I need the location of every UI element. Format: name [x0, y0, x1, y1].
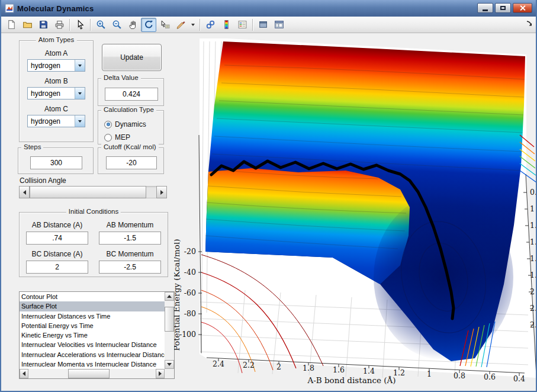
- bc-distance-group: BC Distance (A): [26, 250, 88, 274]
- radio-label: MEP: [115, 133, 130, 142]
- chevron-down-icon: [191, 24, 195, 26]
- cutoff-field[interactable]: [106, 156, 157, 169]
- svg-text:1.6: 1.6: [333, 365, 345, 374]
- initial-conditions-panel: Initial Conditions AB Distance (A)AB Mom…: [19, 212, 168, 277]
- rotate-3d-button[interactable]: [141, 18, 156, 32]
- titlebar[interactable]: Molecular Dynamics: [1, 0, 536, 17]
- minimize-icon: [483, 9, 488, 11]
- list-item[interactable]: Internuclear Velocities vs Internuclear …: [20, 340, 165, 349]
- slider-right-arrow[interactable]: [156, 186, 167, 198]
- triangle-left-icon: [22, 371, 25, 376]
- triangle-left-icon: [23, 190, 26, 195]
- scroll-down-button[interactable]: [165, 360, 174, 369]
- print-button[interactable]: [52, 18, 67, 32]
- brush-dropdown-button[interactable]: [189, 18, 197, 32]
- z-axis-label: Potential Energy (Kcal/mol): [174, 239, 181, 351]
- dropdown-button[interactable]: [75, 60, 85, 71]
- save-icon: [38, 20, 49, 30]
- dock-figure-button[interactable]: [525, 20, 533, 28]
- calculation-type-panel: Calculation Type DynamicsMEP: [98, 110, 164, 144]
- ab-momentum-group: AB Momentum: [99, 221, 161, 245]
- bc-momentum-field[interactable]: [99, 261, 161, 274]
- brush-button[interactable]: [173, 18, 188, 32]
- update-button-label: Update: [120, 53, 143, 62]
- list-vertical-scrollbar[interactable]: [165, 292, 174, 369]
- insert-colorbar-button[interactable]: [218, 18, 234, 32]
- new-file-button[interactable]: [4, 18, 19, 32]
- delta-value-field[interactable]: [105, 88, 158, 101]
- steps-field[interactable]: [30, 156, 82, 169]
- ab-distance-field[interactable]: [26, 232, 88, 245]
- radio-dynamics[interactable]: Dynamics: [104, 120, 163, 128]
- update-button[interactable]: Update: [102, 44, 162, 71]
- svg-text:1.4: 1.4: [363, 367, 375, 375]
- svg-text:1.4: 1.4: [530, 237, 537, 246]
- radio-mep[interactable]: MEP: [104, 133, 163, 142]
- maximize-button[interactable]: [495, 3, 511, 13]
- atom-c-dropdown[interactable]: hydrogen: [27, 115, 85, 127]
- colorbar-icon: [221, 20, 231, 30]
- hide-plot-tools-button[interactable]: [255, 18, 271, 32]
- save-button[interactable]: [36, 18, 51, 32]
- svg-text:2.4: 2.4: [213, 359, 224, 368]
- zoom-out-button[interactable]: [109, 18, 124, 32]
- list-item[interactable]: Internuclear Momenta vs Internuclear Dis…: [20, 359, 165, 369]
- cutoff-panel: Cutoff (Kcal/ mol): [98, 147, 164, 174]
- atom-b-dropdown[interactable]: hydrogen: [27, 87, 85, 99]
- list-horizontal-scrollbar[interactable]: [20, 369, 165, 378]
- list-item[interactable]: Internuclear Accelerations vs Internucle…: [20, 350, 165, 359]
- scroll-right-button[interactable]: [156, 369, 165, 378]
- scroll-left-button[interactable]: [20, 369, 28, 378]
- list-item[interactable]: Contour Plot: [20, 292, 165, 301]
- scroll-up-button[interactable]: [165, 292, 174, 301]
- list-item[interactable]: Potential Energy vs Time: [20, 321, 165, 330]
- dropdown-button[interactable]: [75, 88, 85, 99]
- list-item[interactable]: Surface Plot: [20, 301, 165, 311]
- svg-text:0.6: 0.6: [484, 372, 496, 381]
- edit-plot-button[interactable]: [72, 18, 88, 32]
- chevron-down-icon: [78, 65, 82, 67]
- panel-title: Cutoff (Kcal/ mol): [101, 143, 159, 150]
- pan-button[interactable]: [125, 18, 140, 32]
- insert-legend-button[interactable]: [234, 18, 250, 32]
- list-item[interactable]: Kinetic Energy vs Time: [20, 330, 165, 340]
- bc-distance-field[interactable]: [26, 261, 88, 274]
- svg-text:0.4: 0.4: [513, 374, 525, 383]
- triangle-right-icon: [160, 190, 163, 195]
- chevron-down-icon: [78, 120, 82, 123]
- svg-text:1.6: 1.6: [530, 254, 537, 263]
- calculation-options: DynamicsMEP: [98, 111, 163, 142]
- slider-thumb[interactable]: [30, 186, 146, 198]
- close-button[interactable]: [513, 3, 532, 13]
- close-icon: [519, 5, 526, 11]
- dropdown-button[interactable]: [75, 115, 85, 127]
- open-file-button[interactable]: [20, 18, 35, 32]
- list-item[interactable]: Internuclear Distances vs Time: [20, 311, 165, 321]
- ab-momentum-field[interactable]: [99, 232, 161, 245]
- plot-3d-surface[interactable]: 2.42.221.81.61.41.210.80.60.40.811.21.41…: [174, 34, 537, 392]
- collision-angle-label: Collision Angle: [20, 176, 66, 185]
- radio-icon: [104, 121, 112, 128]
- slider-left-arrow[interactable]: [19, 186, 30, 198]
- show-plot-tools-button[interactable]: [271, 18, 287, 32]
- zoom-in-button[interactable]: [93, 18, 108, 32]
- data-cursor-button[interactable]: [157, 18, 172, 32]
- window-controls: [477, 3, 532, 13]
- ab-distance-group: AB Distance (A): [26, 221, 88, 245]
- collision-angle-slider[interactable]: [19, 186, 167, 198]
- minimize-button[interactable]: [477, 3, 493, 13]
- svg-text:1: 1: [427, 369, 432, 378]
- svg-text:2.4: 2.4: [530, 320, 537, 329]
- toolbar-separator: [252, 19, 253, 31]
- svg-text:2: 2: [276, 362, 281, 371]
- panel-title: Delta Value: [101, 74, 141, 81]
- delta-value-panel: Delta Value: [98, 78, 164, 106]
- plot-type-listbox[interactable]: Contour PlotSurface PlotInternuclear Dis…: [19, 291, 175, 379]
- dropdown-value: hydrogen: [28, 62, 75, 70]
- horizontal-scroll-thumb[interactable]: [68, 369, 110, 378]
- vertical-scroll-thumb[interactable]: [165, 307, 174, 332]
- toolbar: [1, 17, 536, 33]
- show-plot-tools-icon: [274, 20, 284, 30]
- link-plots-button[interactable]: [202, 18, 218, 32]
- atom-a-dropdown[interactable]: hydrogen: [27, 59, 85, 72]
